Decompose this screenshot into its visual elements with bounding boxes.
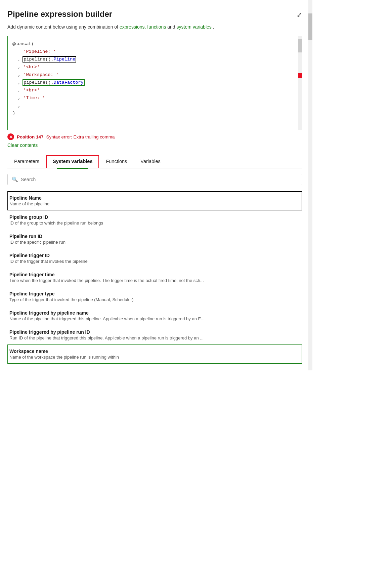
clear-contents-button[interactable]: Clear contents xyxy=(7,143,38,148)
variable-name: Pipeline trigger ID xyxy=(9,253,300,258)
variable-description: ID of the specific pipeline run xyxy=(9,240,300,245)
variable-name: Pipeline run ID xyxy=(9,234,300,239)
variable-description: Run ID of the pipeline that triggered th… xyxy=(9,335,300,340)
variable-name: Pipeline trigger time xyxy=(9,272,300,277)
error-row: ✕ Position 147 Syntax error: Extra trail… xyxy=(7,133,302,140)
tab-parameters[interactable]: Parameters xyxy=(7,155,46,168)
tab-variables[interactable]: Variables xyxy=(134,155,167,168)
variable-name: Pipeline triggered by pipeline name xyxy=(9,310,300,316)
system-variables-link[interactable]: system variables xyxy=(177,24,212,30)
tabs-row: Parameters System variables Functions Va… xyxy=(7,155,302,168)
search-icon: 🔍 xyxy=(12,176,18,182)
variable-description: Type of the trigger that invoked the pip… xyxy=(9,297,300,302)
editor-scrollbar-track[interactable] xyxy=(298,36,302,130)
tab-functions[interactable]: Functions xyxy=(99,155,134,168)
variable-name: Pipeline triggered by pipeline run ID xyxy=(9,329,300,335)
variable-item[interactable]: Pipeline NameName of the pipeline xyxy=(7,191,302,210)
variable-item[interactable]: Pipeline trigger typeType of the trigger… xyxy=(7,287,302,306)
variable-item[interactable]: Pipeline triggered by pipeline nameName … xyxy=(7,306,302,325)
variable-item[interactable]: Pipeline group IDID of the group to whic… xyxy=(7,210,302,230)
variable-description: Name of the pipeline xyxy=(9,201,300,206)
variable-name: Workspace name xyxy=(9,349,300,354)
variable-name: Pipeline Name xyxy=(9,195,300,201)
expressions-functions-link[interactable]: expressions, functions xyxy=(120,24,166,30)
variable-item[interactable]: Workspace nameName of the workspace the … xyxy=(7,344,302,364)
scrollbar-thumb[interactable] xyxy=(308,13,312,40)
error-position: Position 147 xyxy=(17,134,44,139)
editor-scrollbar-error-indicator xyxy=(298,73,302,78)
variable-name: Pipeline group ID xyxy=(9,214,300,220)
variable-list: Pipeline NameName of the pipelinePipelin… xyxy=(7,191,302,364)
variable-description: ID of the group to which the pipeline ru… xyxy=(9,220,300,226)
error-icon: ✕ xyxy=(7,133,14,140)
expand-icon[interactable]: ⤢ xyxy=(297,11,302,19)
title-row: Pipeline expression builder ⤢ xyxy=(7,9,302,19)
variable-description: Name of the workspace the pipeline run i… xyxy=(9,355,300,360)
editor-scrollbar-thumb[interactable] xyxy=(298,39,302,52)
page-title: Pipeline expression builder xyxy=(7,9,112,19)
variable-name: Pipeline trigger type xyxy=(9,291,300,296)
variable-description: Name of the pipeline that triggered this… xyxy=(9,316,300,321)
code-editor[interactable]: @concat( 'Pipeline: ' , pipeline().Pipel… xyxy=(7,36,302,130)
variable-item[interactable]: Pipeline run IDID of the specific pipeli… xyxy=(7,230,302,249)
variable-description: ID of the trigger that invokes the pipel… xyxy=(9,259,300,264)
tab-system-variables[interactable]: System variables xyxy=(46,155,99,168)
search-input[interactable] xyxy=(21,177,298,182)
page-scrollbar[interactable] xyxy=(308,0,312,370)
error-message: Syntax error: Extra trailing comma xyxy=(46,134,115,139)
variable-item[interactable]: Pipeline triggered by pipeline run IDRun… xyxy=(7,325,302,344)
variable-item[interactable]: Pipeline trigger timeTime when the trigg… xyxy=(7,268,302,287)
search-box: 🔍 xyxy=(7,174,302,185)
variable-item[interactable]: Pipeline trigger IDID of the trigger tha… xyxy=(7,249,302,268)
subtitle: Add dynamic content below using any comb… xyxy=(7,24,302,31)
variable-description: Time when the trigger that invoked the p… xyxy=(9,278,300,283)
